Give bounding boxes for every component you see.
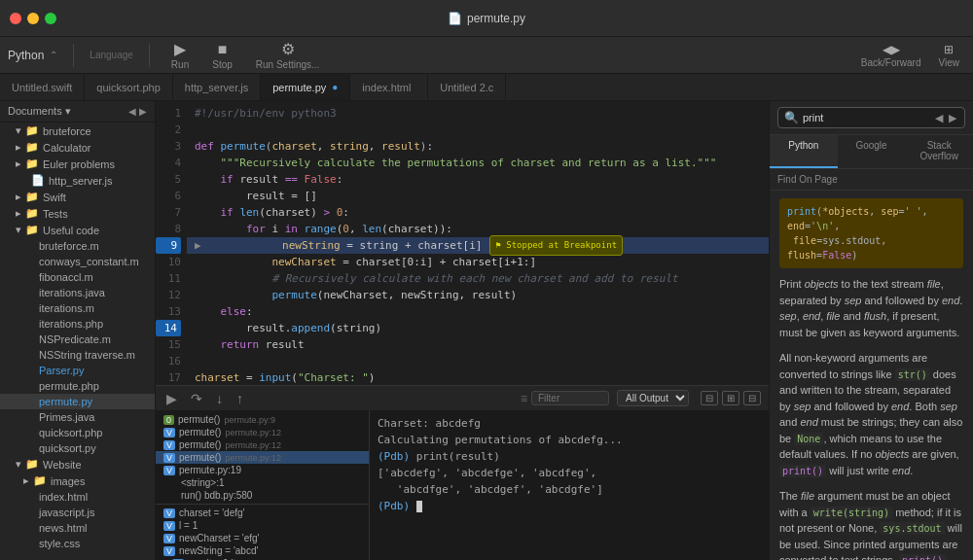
sidebar-item-javascript-js[interactable]: javascript.js (0, 505, 155, 520)
minimize-button[interactable] (27, 13, 39, 24)
stop-button[interactable]: ■ Stop (206, 39, 238, 72)
search-prev-button[interactable]: ◀ (933, 112, 945, 124)
right-panel: 🔍 ◀ ▶ Python Google Stack Overflow Find … (769, 101, 973, 560)
tab-untitled-swift[interactable]: Untitled.swift (0, 74, 85, 100)
code-editor[interactable]: 12345 678 9 10111213 14 1516171819 #!/us… (156, 101, 769, 385)
sidebar-item-news-html[interactable]: news.html (0, 520, 155, 536)
doc-para-2: All non-keyword arguments are converted … (779, 350, 963, 478)
var-charset[interactable]: V charset = 'defg' (156, 507, 369, 519)
layout-btn-3[interactable]: ⊟ (743, 391, 761, 405)
sidebar-title: Documents ▾ (8, 105, 71, 118)
output-line-3: (Pdb) print(result) (378, 449, 761, 465)
stack-frame-2[interactable]: V permute() permute.py:12 (156, 438, 369, 451)
sidebar-item-euler[interactable]: ▸ 📁 Euler problems (0, 156, 155, 172)
sidebar-item-parser-py[interactable]: Parser.py (0, 363, 155, 378)
doc-signature: print(*objects, sep=' ', end='\n', file=… (779, 198, 963, 268)
stack-frame-5[interactable]: <string>:1 (156, 476, 369, 489)
back-forward-button[interactable]: ◀▶ Back/Forward (855, 41, 927, 70)
sidebar-item-quicksort-php[interactable]: quicksort.php (0, 425, 155, 440)
sidebar-item-iterations-m[interactable]: iterations.m (0, 300, 155, 316)
var-badge: V (163, 521, 175, 531)
view-button[interactable]: ⊞ View (933, 41, 966, 70)
python-selector-section: Python ⌃ (8, 49, 57, 62)
filter-icon: ≡ (521, 392, 527, 405)
toolbar-right: ◀▶ Back/Forward ⊞ View (855, 41, 965, 70)
sidebar-item-permute-php[interactable]: permute.php (0, 378, 155, 394)
sidebar-item-nsstring[interactable]: NSString traverse.m (0, 347, 155, 363)
code-line-17: charset = input("Charset: ") (187, 369, 769, 385)
sidebar-item-conways[interactable]: conways_constant.m (0, 254, 155, 269)
var-newstring[interactable]: V newString = 'abcd' (156, 544, 369, 557)
debug-step-over-button[interactable]: ↷ (188, 391, 205, 406)
search-icon: 🔍 (784, 111, 799, 124)
run-button[interactable]: ▶ Run (165, 38, 195, 72)
code-line-5: if result == False: (187, 171, 769, 188)
debug-stack-panel: 0 permute() permute.py:9 V permute() per… (156, 411, 370, 560)
find-on-page-link[interactable]: Find On Page (770, 169, 973, 191)
lang-label-section: Language (90, 50, 133, 60)
maximize-button[interactable] (45, 13, 56, 24)
sidebar-item-primes-java[interactable]: Primes.java (0, 409, 155, 425)
tab-python[interactable]: Python (770, 135, 838, 168)
filter-input[interactable] (531, 391, 609, 405)
sidebar-item-index-html[interactable]: index.html (0, 489, 155, 505)
tab-untitled-c[interactable]: Untitled 2.c (428, 74, 506, 100)
output-line-4: ['abcdefg', 'abcdefge', 'abcdfeg', (378, 466, 761, 481)
traffic-lights (10, 13, 56, 24)
layout-btn-2[interactable]: ⊞ (722, 391, 739, 405)
sidebar-item-iterations-java[interactable]: iterations.java (0, 285, 155, 300)
stack-frame-6[interactable]: run() bdb.py:580 (156, 489, 369, 502)
sidebar: Documents ▾ ◀ ▶ ▾ 📁 bruteforce ▸ 📁 Calcu… (0, 101, 156, 560)
tab-google[interactable]: Google (838, 135, 906, 168)
code-content[interactable]: #!/usr/bin/env python3 def permute(chars… (187, 101, 769, 385)
tab-quicksort-php[interactable]: quicksort.php (85, 74, 172, 100)
expand-arrow-icon: ▸ (16, 207, 21, 220)
run-settings-button[interactable]: ⚙ Run Settings... (250, 38, 326, 72)
var-newcharset[interactable]: V newCharset = 'efg' (156, 532, 369, 544)
sidebar-item-swift[interactable]: ▸ 📁 Swift (0, 189, 155, 205)
sidebar-item-bruteforce-m[interactable]: bruteforce.m (0, 238, 155, 254)
sidebar-item-tests[interactable]: ▸ 📁 Tests (0, 205, 155, 222)
editor-area: 12345 678 9 10111213 14 1516171819 #!/us… (156, 101, 769, 560)
debug-play-button[interactable]: ▶ (163, 391, 180, 406)
stack-frame-0[interactable]: 0 permute() permute.py:9 (156, 413, 369, 426)
documentation-content: print(*objects, sep=' ', end='\n', file=… (770, 191, 973, 560)
sidebar-item-useful-code[interactable]: ▾ 📁 Useful code (0, 222, 155, 238)
var-l[interactable]: V l = 1 (156, 519, 369, 532)
code-line-16 (187, 353, 769, 369)
sidebar-item-permute-py[interactable]: permute.py (0, 394, 155, 409)
output-selector[interactable]: All Output (617, 390, 689, 406)
search-input[interactable] (803, 112, 929, 123)
tab-permute-py[interactable]: permute.py ● (261, 74, 350, 100)
search-next-button[interactable]: ▶ (947, 112, 958, 124)
stack-frame-4[interactable]: V permute.py:19 (156, 464, 369, 476)
python-label: Python (8, 49, 44, 62)
frame-badge: V (163, 440, 175, 450)
tab-http-server-js[interactable]: http_server.js (173, 74, 261, 100)
sidebar-item-iterations-php[interactable]: iterations.php (0, 316, 155, 332)
debug-step-up-button[interactable]: ↑ (234, 391, 246, 406)
sidebar-item-http-server[interactable]: 📄 http_server.js (0, 172, 155, 189)
sidebar-header: Documents ▾ ◀ ▶ (0, 101, 155, 122)
sidebar-item-nspredicate[interactable]: NSPredicate.m (0, 332, 155, 347)
debug-output-panel: Charset: abcdefg Calculating permutation… (370, 411, 769, 560)
close-button[interactable] (10, 13, 21, 24)
code-line-7: if len(charset) > 0: (187, 204, 769, 221)
sidebar-item-fibonacci[interactable]: fibonaccl.m (0, 269, 155, 285)
sidebar-item-quicksort-py[interactable]: quicksort.py (0, 440, 155, 456)
layout-buttons: ⊟ ⊞ ⊟ (701, 391, 761, 405)
stack-frame-1[interactable]: V permute() permute.py:12 (156, 426, 369, 438)
tab-index-html[interactable]: index.html (350, 74, 428, 100)
sidebar-nav-arrows[interactable]: ◀ ▶ (128, 106, 147, 117)
layout-btn-1[interactable]: ⊟ (701, 391, 718, 405)
debug-step-down-button[interactable]: ↓ (213, 391, 226, 406)
sidebar-item-website[interactable]: ▾ 📁 Website (0, 456, 155, 472)
sidebar-item-style-css[interactable]: style.css (0, 536, 155, 551)
stack-frame-3[interactable]: V permute() permute.py:12 (156, 451, 369, 464)
sidebar-item-calculator[interactable]: ▸ 📁 Calculator (0, 139, 155, 156)
code-line-11: # Recursively calculate with each new ch… (187, 270, 769, 287)
sidebar-item-images[interactable]: ▸ 📁 images (0, 472, 155, 489)
code-line-12: permute(newCharset, newString, result) (187, 287, 769, 303)
tab-stackoverflow[interactable]: Stack Overflow (905, 135, 973, 168)
sidebar-item-bruteforce[interactable]: ▾ 📁 bruteforce (0, 122, 155, 139)
